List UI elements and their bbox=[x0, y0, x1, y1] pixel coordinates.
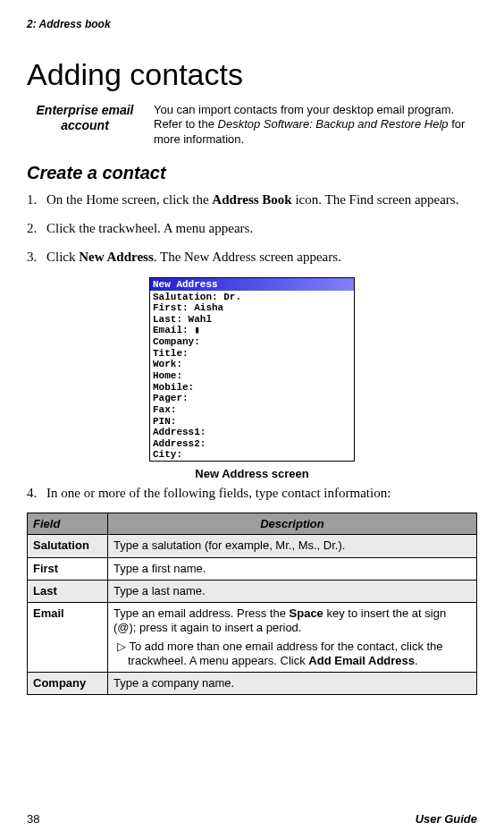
field-line: Fax: bbox=[153, 404, 351, 416]
cell-desc: Type a salutation (for example, Mr., Ms.… bbox=[108, 535, 477, 557]
note-c: . bbox=[415, 654, 418, 667]
field-line: Company: bbox=[153, 336, 351, 348]
table-header-field: Field bbox=[28, 513, 108, 535]
table-row: Salutation Type a salutation (for exampl… bbox=[28, 535, 477, 557]
cell-field: First bbox=[28, 557, 108, 580]
step-part: Click bbox=[46, 250, 79, 264]
chapter-header: 2: Address book bbox=[27, 18, 477, 30]
step-text: Click New Address. The New Address scree… bbox=[46, 248, 477, 266]
field-line: City: bbox=[153, 449, 351, 461]
field-line: Pager: bbox=[153, 393, 351, 404]
section-title: Create a contact bbox=[27, 163, 477, 183]
field-description-table: Field Description Salutation Type a salu… bbox=[27, 513, 477, 695]
space-key: Space bbox=[290, 606, 323, 620]
table-header-description: Description bbox=[108, 513, 477, 535]
account-type-label: Enterprise email account bbox=[27, 103, 143, 133]
screenshot-titlebar: New Address bbox=[150, 278, 354, 291]
step-1: 1. On the Home screen, click the Address… bbox=[27, 191, 477, 208]
intro-em: Desktop Software: Backup and Restore Hel… bbox=[218, 117, 449, 131]
email-sub-note: ▷ To add more than one email address for… bbox=[113, 640, 471, 669]
table-row: Email Type an email address. Press the S… bbox=[28, 603, 477, 673]
step-part: In one or more of the following fields, … bbox=[46, 486, 391, 500]
table-row: Last Type a last name. bbox=[28, 580, 477, 602]
screenshot-body: Salutation: Dr. First: Aisha Last: Wahl … bbox=[150, 291, 354, 462]
cell-desc: Type a first name. bbox=[108, 557, 477, 580]
field-line: Address1: bbox=[153, 427, 351, 438]
page-footer: 38 User Guide bbox=[27, 812, 477, 826]
table-row: Company Type a company name. bbox=[28, 673, 477, 695]
screenshot-container: New Address Salutation: Dr. First: Aisha… bbox=[27, 277, 477, 481]
step-bold: Address Book bbox=[212, 192, 291, 207]
device-screenshot: New Address Salutation: Dr. First: Aisha… bbox=[149, 277, 355, 462]
step-number: 1. bbox=[27, 191, 46, 208]
field-line: Address2: bbox=[153, 438, 351, 450]
field-line: Title: bbox=[153, 348, 351, 360]
step-part: . The New Address screen appears. bbox=[154, 250, 341, 264]
cell-field: Last bbox=[28, 580, 108, 602]
cell-desc: Type a company name. bbox=[108, 673, 477, 695]
page-title: Adding contacts bbox=[27, 57, 477, 92]
field-line: PIN: bbox=[153, 416, 351, 428]
step-text: Click the trackwheel. A menu appears. bbox=[46, 219, 477, 237]
cell-desc: Type an email address. Press the Space k… bbox=[108, 603, 477, 673]
add-email-bold: Add Email Address bbox=[308, 654, 415, 667]
step-2: 2. Click the trackwheel. A menu appears. bbox=[27, 219, 477, 237]
table-row: First Type a first name. bbox=[28, 557, 477, 580]
triangle-icon: ▷ bbox=[117, 640, 126, 653]
intro-block: Enterprise email account You can import … bbox=[27, 103, 477, 147]
page-number: 38 bbox=[27, 812, 39, 826]
step-text: On the Home screen, click the Address Bo… bbox=[46, 191, 477, 208]
cell-desc: Type a last name. bbox=[108, 580, 477, 602]
step-4: 4. In one or more of the following field… bbox=[27, 484, 477, 502]
step-3: 3. Click New Address. The New Address sc… bbox=[27, 248, 477, 266]
step-number: 2. bbox=[27, 219, 46, 237]
intro-text: You can import contacts from your deskto… bbox=[154, 103, 477, 147]
field-line: Work: bbox=[153, 359, 351, 370]
step-part: icon. The Find screen appears. bbox=[292, 192, 459, 207]
step-number: 4. bbox=[27, 484, 46, 502]
step-part: Click the trackwheel. A menu appears. bbox=[46, 221, 253, 235]
cell-field: Salutation bbox=[28, 535, 108, 557]
cell-field: Email bbox=[28, 603, 108, 673]
footer-label: User Guide bbox=[416, 812, 477, 826]
screenshot-caption: New Address screen bbox=[27, 467, 477, 480]
field-line: Mobile: bbox=[153, 382, 351, 394]
cell-field: Company bbox=[28, 673, 108, 695]
field-line: Last: Wahl bbox=[153, 314, 351, 326]
field-line: Home: bbox=[153, 370, 351, 382]
field-line: Email: ▮ bbox=[153, 325, 351, 336]
step-text: In one or more of the following fields, … bbox=[46, 484, 477, 502]
field-line: First: Aisha bbox=[153, 302, 351, 314]
step-number: 3. bbox=[27, 248, 46, 266]
step-bold: New Address bbox=[79, 250, 153, 264]
field-line: Salutation: Dr. bbox=[153, 292, 351, 303]
email-desc-a: Type an email address. Press the bbox=[113, 606, 290, 620]
step-part: On the Home screen, click the bbox=[46, 192, 212, 207]
